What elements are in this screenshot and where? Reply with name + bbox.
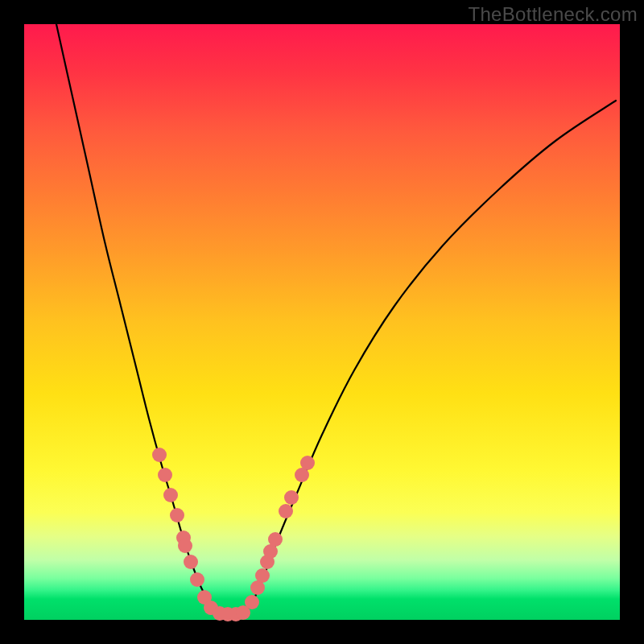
data-dot [245, 595, 259, 609]
watermark-text: TheBottleneck.com [468, 3, 638, 26]
curve-svg [24, 24, 620, 620]
data-dot [152, 448, 167, 462]
data-dot [300, 456, 315, 470]
data-dots [152, 448, 315, 621]
data-dot [178, 539, 192, 553]
data-dot [284, 490, 299, 505]
data-dot [279, 504, 293, 518]
data-dot [158, 468, 172, 482]
bottleneck-curve [56, 24, 616, 614]
data-dot [255, 568, 270, 583]
data-dot [190, 572, 204, 587]
plot-area [24, 24, 620, 620]
data-dot [163, 488, 178, 502]
chart-frame: TheBottleneck.com [0, 0, 644, 644]
data-dot [184, 555, 198, 569]
data-dot [268, 532, 283, 547]
data-dot [170, 508, 184, 522]
